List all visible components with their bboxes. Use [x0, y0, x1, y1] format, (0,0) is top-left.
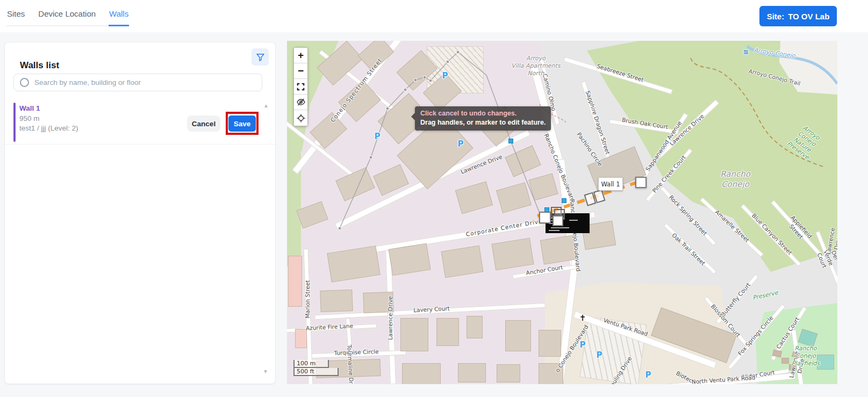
wall-drag-handle[interactable] [553, 215, 563, 226]
tab-sites[interactable]: Sites [6, 9, 25, 25]
cancel-button[interactable]: Cancel [187, 116, 220, 132]
site-label: Site: [767, 12, 785, 21]
content-area: Walls list ▲ Wall 1 950 m test1 / jjj (L… [0, 32, 868, 397]
map-canvas[interactable]: Conejo Spectrum StreetLawrence DriveRanc… [287, 41, 837, 384]
wall-vertex-marker[interactable] [369, 156, 372, 159]
parking-icon: P [580, 340, 586, 350]
tab-device-location[interactable]: Device Location [38, 9, 96, 25]
map-controls: + − [293, 47, 308, 126]
map-label: Arroyo Villa Apartments North [511, 55, 560, 77]
map-scale-control: 100 m 500 ft [293, 360, 339, 376]
walls-list-panel: Walls list ▲ Wall 1 950 m test1 / jjj (L… [4, 42, 276, 384]
wall-accent-bar [13, 103, 16, 142]
wall-vertex-marker[interactable] [446, 60, 449, 63]
wall-vertex-marker[interactable] [414, 78, 417, 82]
wall-list-item[interactable]: Wall 1 950 m test1 / jjj (Level: 2) Canc… [5, 100, 275, 145]
fullscreen-icon [297, 83, 305, 91]
parking-icon: P [458, 139, 464, 149]
wall-midpoint-handle[interactable] [544, 207, 549, 212]
parking-icon: P [375, 132, 381, 142]
top-header: Sites Device Location Walls Site: TO OV … [0, 0, 868, 32]
wall-name: Wall 1 [19, 104, 40, 112]
wall-vertex-marker[interactable] [456, 50, 460, 54]
wall-vertex-marker[interactable] [404, 88, 407, 91]
map-label: Rancho Conejo Playfields [792, 345, 820, 367]
wall-vertex-marker[interactable] [386, 107, 389, 110]
map-label: ✝ [579, 313, 586, 323]
eye-off-icon [297, 98, 305, 106]
map-label: ≋ [743, 48, 749, 56]
wall-drag-handle[interactable] [635, 177, 647, 188]
panel-title: Walls list [20, 60, 59, 71]
tooltip-line-1: Click cancel to undo changes. [420, 109, 546, 118]
save-button[interactable]: Save [228, 116, 256, 132]
wall-length: 950 m [19, 114, 40, 122]
filter-button[interactable] [252, 48, 269, 66]
site-name: TO OV Lab [788, 12, 829, 21]
wall-vertex-marker[interactable] [423, 76, 426, 79]
wall-location: test1 / jjj (Level: 2) [19, 124, 78, 132]
site-selector-button[interactable]: Site: TO OV Lab [759, 6, 837, 26]
wall-midpoint-handle[interactable] [508, 139, 513, 143]
wall-midpoint-handle[interactable] [562, 198, 566, 203]
wall-vertex-marker[interactable] [338, 227, 341, 230]
crosshair-icon [297, 114, 305, 122]
scale-imperial: 500 ft [293, 368, 339, 376]
search-icon [20, 78, 29, 87]
edit-tooltip: Click cancel to undo changes. Drag handl… [415, 106, 551, 131]
wall-drag-handle[interactable] [539, 212, 551, 223]
filter-icon [256, 53, 265, 62]
tab-bar: Sites Device Location Walls [6, 9, 129, 26]
search-box [13, 74, 262, 91]
locate-button[interactable] [294, 110, 307, 126]
tab-walls[interactable]: Walls [109, 9, 129, 26]
search-input[interactable] [33, 78, 262, 87]
parking-icon: P [442, 71, 448, 81]
map-label: Rancho Conejo [720, 169, 750, 190]
zoom-out-button[interactable]: − [294, 63, 307, 79]
parking-icon: P [645, 370, 651, 380]
scale-metric: 100 m [293, 360, 329, 368]
map-label: Lawrence Drive [387, 296, 394, 340]
parking-icon: P [597, 350, 602, 360]
scroll-down-arrow[interactable]: ▼ [263, 369, 268, 374]
hide-layers-button[interactable] [294, 95, 307, 110]
tooltip-line-2: Drag handles, or marker to edit feature. [420, 118, 546, 127]
wall-map-label[interactable]: Wall 1 [598, 177, 623, 191]
fullscreen-button[interactable] [294, 79, 307, 95]
wall-vertex-marker[interactable] [429, 79, 432, 82]
zoom-in-button[interactable]: + [294, 48, 307, 63]
map-label: Marion Street [304, 280, 311, 318]
